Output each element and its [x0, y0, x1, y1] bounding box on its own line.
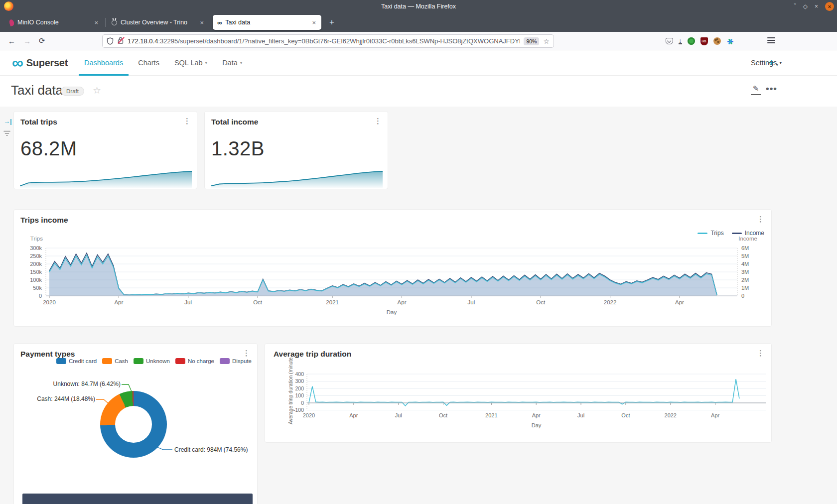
- close-window-button[interactable]: ×: [825, 2, 834, 11]
- browser-tab-cluster-overview-trino[interactable]: Cluster Overview - Trino×: [107, 15, 209, 30]
- window-titlebar: Taxi data — Mozilla Firefox ˇ ◇ × ×: [0, 0, 837, 13]
- chevron-down-icon[interactable]: ˇ: [794, 3, 796, 9]
- tab-title: MinIO Console: [17, 19, 90, 26]
- svg-text:300k: 300k: [30, 245, 42, 251]
- legend-item-cash[interactable]: Cash: [102, 358, 128, 364]
- favorite-star-icon[interactable]: ☆: [93, 85, 101, 96]
- trips-income-panel[interactable]: Trips income ⋮ TripsIncome 300k6M250k5M2…: [13, 209, 772, 327]
- caret-down-icon: ▾: [240, 60, 243, 65]
- legend-item-unknown[interactable]: Unknown: [134, 358, 170, 364]
- legend-swatch: [134, 358, 143, 364]
- legend-item-no-charge[interactable]: No charge: [175, 358, 214, 364]
- tab-divider: [211, 18, 211, 27]
- restore-window-icon[interactable]: ◇: [803, 3, 808, 9]
- svg-text:0: 0: [39, 293, 42, 299]
- donut-hole: [115, 406, 152, 443]
- legend-item-dispute[interactable]: Dispute: [220, 358, 252, 364]
- total-income-sparkline: [211, 170, 383, 188]
- dashboard-body: →| Total trips ⋮ 68.2M Total income ⋮ 1.…: [0, 107, 837, 504]
- nav-item-label: SQL Lab: [174, 59, 203, 67]
- settings-menu[interactable]: Settings▾: [751, 59, 782, 67]
- caret-down-icon: ▾: [779, 60, 782, 65]
- reload-button[interactable]: ⟳: [39, 36, 45, 45]
- nav-item-label: Dashboards: [84, 59, 123, 67]
- kebab-menu-icon[interactable]: ⋮: [374, 117, 382, 126]
- kebab-menu-icon[interactable]: ⋮: [243, 349, 250, 358]
- payment-types-donut[interactable]: [100, 391, 167, 458]
- card-title: Total income: [211, 118, 258, 126]
- nav-item-sql-lab[interactable]: SQL Lab▾: [167, 50, 215, 76]
- edit-dashboard-button[interactable]: ✎: [751, 84, 761, 95]
- total-trips-card[interactable]: Total trips ⋮ 68.2M: [13, 111, 197, 189]
- insecure-lock-icon[interactable]: [118, 37, 124, 46]
- page-title: Taxi data: [11, 83, 63, 98]
- dashboard-header: Taxi data Draft ☆ ✎ •••: [0, 76, 837, 107]
- legend-item-credit-card[interactable]: Credit card: [56, 358, 97, 364]
- svg-text:Day: Day: [387, 309, 397, 315]
- caret-down-icon: ▾: [205, 60, 208, 65]
- nav-item-charts[interactable]: Charts: [131, 50, 167, 76]
- svg-text:2M: 2M: [741, 277, 749, 283]
- new-tab-button[interactable]: +: [326, 17, 337, 27]
- zoom-level-badge[interactable]: 90%: [524, 37, 539, 45]
- svg-text:Apr: Apr: [532, 412, 541, 418]
- bookmark-star-icon[interactable]: ☆: [543, 37, 550, 45]
- tab-close-icon[interactable]: ×: [199, 19, 205, 26]
- svg-text:300: 300: [295, 378, 304, 384]
- svg-text:Jul: Jul: [577, 412, 584, 418]
- callout-cash: Cash: 244M (18.48%): [19, 395, 95, 402]
- avg-trip-duration-panel[interactable]: Average trip duration ⋮ Average trinp du…: [265, 343, 772, 443]
- svg-text:Apr: Apr: [398, 299, 407, 305]
- url-path: :32295/superset/dashboard/1/?native_filt…: [158, 37, 520, 45]
- pocket-icon[interactable]: [666, 38, 673, 44]
- svg-text:Trips: Trips: [30, 236, 43, 242]
- svg-text:6M: 6M: [741, 245, 749, 251]
- firefox-icon: [4, 1, 13, 11]
- svg-text:50k: 50k: [33, 285, 42, 291]
- extension-asterisk-icon[interactable]: [726, 37, 734, 45]
- kebab-menu-icon[interactable]: ⋮: [183, 117, 191, 126]
- payment-types-panel[interactable]: Payment types ⋮ Credit cardCashUnknownNo…: [13, 343, 258, 504]
- close-icon[interactable]: ×: [815, 3, 818, 9]
- superset-logo[interactable]: ∞ Superset: [12, 56, 68, 69]
- svg-text:4M: 4M: [741, 261, 749, 267]
- svg-text:Day: Day: [532, 422, 542, 428]
- svg-text:Oct: Oct: [439, 412, 447, 418]
- tab-close-icon[interactable]: ×: [93, 19, 99, 26]
- legend-swatch: [220, 358, 230, 364]
- svg-text:Jul: Jul: [184, 299, 192, 305]
- legend-label: Cash: [115, 358, 128, 364]
- forward-button[interactable]: →: [23, 37, 31, 45]
- nav-item-data[interactable]: Data▾: [215, 50, 250, 76]
- browser-tab-minio-console[interactable]: MinIO Console×: [5, 15, 104, 30]
- expand-filter-bar-button[interactable]: →|: [3, 118, 12, 125]
- legend-label: No charge: [188, 358, 214, 364]
- menu-button[interactable]: [767, 37, 775, 45]
- url-bar[interactable]: 172.18.0.4:32295/superset/dashboard/1/?n…: [102, 34, 554, 48]
- url-text[interactable]: 172.18.0.4:32295/superset/dashboard/1/?n…: [128, 37, 520, 45]
- filter-funnel-icon[interactable]: [3, 129, 10, 138]
- svg-text:Apr: Apr: [711, 412, 719, 418]
- dashboard-menu-button[interactable]: •••: [766, 83, 777, 94]
- download-icon[interactable]: ↓: [679, 38, 682, 44]
- legend-swatch: [56, 358, 66, 364]
- privacy-badger-icon[interactable]: [688, 37, 695, 45]
- back-button[interactable]: ←: [8, 37, 15, 45]
- shield-icon[interactable]: [107, 37, 114, 45]
- svg-text:Apr: Apr: [114, 299, 123, 305]
- svg-text:2020: 2020: [303, 412, 315, 418]
- svg-text:150k: 150k: [30, 269, 42, 275]
- svg-text:Income: Income: [738, 236, 757, 242]
- svg-text:0: 0: [741, 293, 744, 299]
- total-income-card[interactable]: Total income ⋮ 1.32B: [204, 111, 388, 189]
- partially-visible-chart-bar: [22, 494, 253, 504]
- browser-tab-taxi-data[interactable]: ∞Taxi data×: [213, 15, 321, 30]
- nav-item-dashboards[interactable]: Dashboards: [77, 50, 131, 76]
- window-title: Taxi data — Mozilla Firefox: [0, 3, 837, 10]
- cookie-extension-icon[interactable]: [713, 37, 721, 45]
- tab-close-icon[interactable]: ×: [311, 19, 317, 26]
- ublock-icon[interactable]: UO: [700, 37, 708, 45]
- svg-text:200k: 200k: [30, 261, 42, 267]
- legend-label: Credit card: [69, 358, 97, 364]
- big-number-value: 1.32B: [211, 137, 265, 160]
